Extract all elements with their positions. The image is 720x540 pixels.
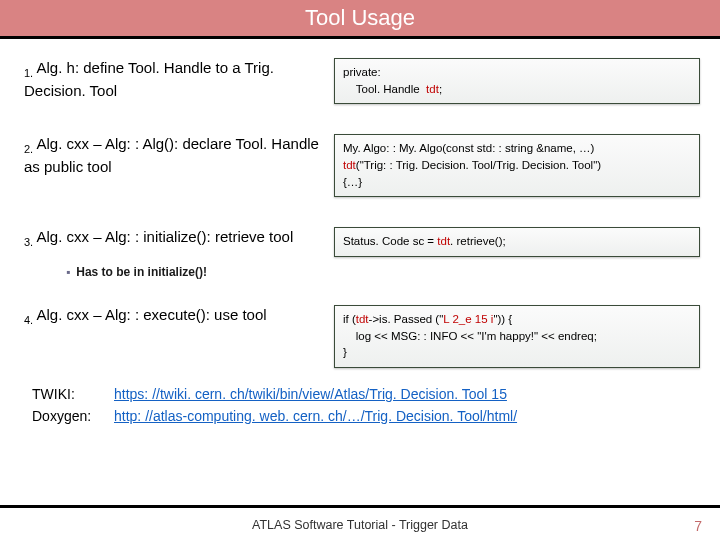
step-text-1: 1. Alg. h: define Tool. Handle to a Trig…	[24, 58, 334, 101]
code-box-3: Status. Code sc = tdt. retrieve();	[334, 227, 700, 257]
slide-content: 1. Alg. h: define Tool. Handle to a Trig…	[0, 36, 720, 435]
page-title: Tool Usage	[305, 5, 415, 30]
step-row-4: 4. Alg. cxx – Alg: : execute(): use tool…	[24, 305, 700, 368]
code-col-3: Status. Code sc = tdt. retrieve();	[334, 227, 700, 257]
page-number: 7	[694, 518, 702, 534]
twiki-link[interactable]: https: //twiki. cern. ch/twiki/bin/view/…	[114, 386, 507, 402]
links-row: TWIKI: Doxygen: https: //twiki. cern. ch…	[32, 384, 700, 427]
step-row-1: 1. Alg. h: define Tool. Handle to a Trig…	[24, 58, 700, 104]
step-row-3: 3. Alg. cxx – Alg: : initialize(): retri…	[24, 227, 700, 257]
step-text-3: 3. Alg. cxx – Alg: : initialize(): retri…	[24, 227, 334, 250]
code-col-1: private: Tool. Handle tdt;	[334, 58, 700, 104]
step-text-2: 2. Alg. cxx – Alg: : Alg(): declare Tool…	[24, 134, 334, 177]
step-text-4: 4. Alg. cxx – Alg: : execute(): use tool	[24, 305, 334, 328]
code-box-4: if (tdt->is. Passed ("L 2_e 15 i")) { lo…	[334, 305, 700, 368]
title-bar: Tool Usage	[0, 0, 720, 36]
code-col-4: if (tdt->is. Passed ("L 2_e 15 i")) { lo…	[334, 305, 700, 368]
code-box-2: My. Algo: : My. Algo(const std: : string…	[334, 134, 700, 197]
code-col-2: My. Algo: : My. Algo(const std: : string…	[334, 134, 700, 197]
bullet-icon: ▪	[66, 265, 70, 279]
twiki-label: TWIKI:	[32, 384, 114, 406]
doxygen-label: Doxygen:	[32, 406, 114, 428]
code-box-1: private: Tool. Handle tdt;	[334, 58, 700, 104]
step-row-2: 2. Alg. cxx – Alg: : Alg(): declare Tool…	[24, 134, 700, 197]
doxygen-link[interactable]: http: //atlas-computing. web. cern. ch/……	[114, 408, 517, 424]
footer-divider	[0, 505, 720, 508]
links-labels: TWIKI: Doxygen:	[32, 384, 114, 427]
footer-text: ATLAS Software Tutorial - Trigger Data	[0, 518, 720, 532]
initialize-note: ▪Has to be in initialize()!	[66, 265, 700, 279]
links-values: https: //twiki. cern. ch/twiki/bin/view/…	[114, 384, 517, 427]
